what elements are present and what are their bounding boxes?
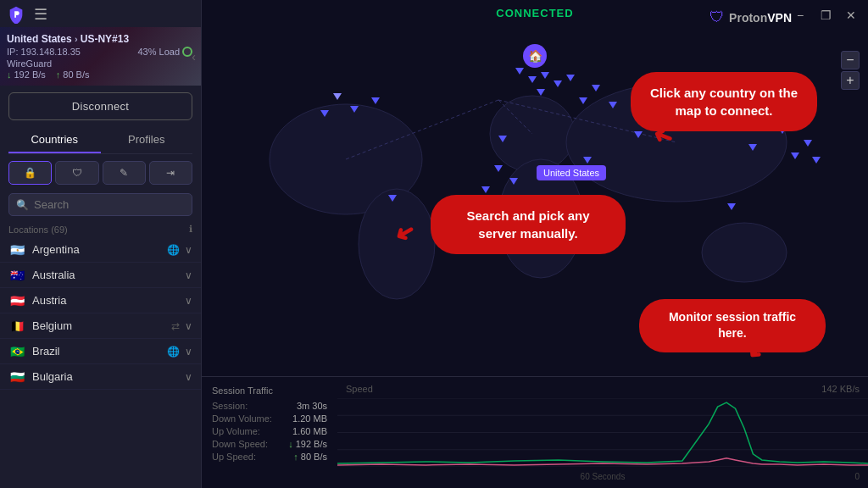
server-dot-sea2[interactable] (791, 152, 799, 159)
connection-load: 43% Load (137, 47, 192, 57)
server-dot-af3[interactable] (494, 165, 503, 172)
filter-edit-button[interactable]: ✎ (103, 161, 146, 185)
expand-austria-icon[interactable]: ∨ (185, 295, 192, 307)
chart-60s-label: 60 Seconds (581, 472, 626, 481)
expand-australia-icon[interactable]: ∨ (185, 269, 192, 281)
down-speed-value: ↓ 192 B/s (288, 439, 327, 449)
locations-row: Locations (69) ℹ (0, 221, 201, 237)
chart-svg (337, 398, 868, 467)
server-dot-sa1[interactable] (388, 195, 397, 202)
edit-icon: ✎ (120, 167, 128, 179)
tab-countries[interactable]: Countries (8, 127, 101, 153)
server-dot-eu7[interactable] (579, 97, 587, 104)
login-icon: ⇥ (166, 167, 175, 179)
country-name-australia: Australia (32, 269, 178, 281)
server-dot-usa[interactable] (333, 93, 342, 100)
lock-icon: 🔒 (24, 167, 36, 179)
filter-lock-button[interactable]: 🔒 (8, 161, 52, 185)
filter-login-button[interactable]: ⇥ (149, 161, 192, 185)
expand-brazil-icon[interactable]: ∨ (185, 346, 192, 358)
chart-0-label: 0 (854, 472, 860, 481)
tooltip-map: Click any country on the map to connect. (631, 72, 817, 131)
load-indicator (182, 47, 192, 57)
connection-speed: ↓ 192 B/s ↑ 80 B/s (7, 69, 192, 80)
tab-profiles[interactable]: Profiles (101, 127, 193, 153)
globe-icon-brazil[interactable]: 🌐 (167, 346, 180, 358)
zoom-plus-button[interactable]: + (841, 71, 860, 90)
server-dot-eu6[interactable] (537, 89, 545, 96)
server-dot-eu1[interactable] (515, 68, 524, 75)
close-button[interactable]: ✕ (841, 5, 861, 25)
server-dot-eu4[interactable] (554, 80, 562, 87)
down-volume-value: 1.20 MB (292, 413, 327, 424)
country-name-brazil: Brazil (32, 345, 160, 358)
top-bar: ☰ (0, 0, 201, 27)
chart-speed-label: Speed (346, 384, 373, 394)
country-item-bulgaria[interactable]: 🇧🇬 Bulgaria ∨ (0, 364, 201, 390)
flag-australia: 🇦🇺 (8, 269, 25, 281)
zoom-minus-button[interactable]: − (841, 51, 860, 69)
expand-belgium-icon[interactable]: ∨ (185, 320, 192, 332)
down-speed-arrow-icon: ↓ (288, 439, 293, 449)
country-list: 🇦🇷 Argentina 🌐 ∨ 🇦🇺 Australia ∨ 🇦🇹 Austr… (0, 237, 201, 488)
server-dot-au1[interactable] (727, 203, 736, 210)
expand-argentina-icon[interactable]: ∨ (185, 244, 192, 256)
brand-text: ProtonVPN (729, 10, 792, 25)
server-dot-me1[interactable] (609, 102, 617, 108)
country-name-belgium: Belgium (32, 319, 164, 332)
us-map-label[interactable]: United States (537, 165, 606, 180)
traffic-chart: Speed 142 KB/s 60 Seconds 0 (337, 377, 868, 488)
traffic-title: Session Traffic (212, 385, 327, 396)
server-dot-in1[interactable] (634, 131, 643, 138)
server-dot-af1[interactable] (583, 157, 592, 164)
country-item-belgium[interactable]: 🇧🇪 Belgium ⇄ ∨ (0, 313, 201, 339)
minimize-button[interactable]: − (790, 5, 810, 25)
country-item-australia[interactable]: 🇦🇺 Australia ∨ (0, 263, 201, 288)
svg-point-1 (359, 189, 435, 299)
country-item-brazil[interactable]: 🇧🇷 Brazil 🌐 ∨ (0, 339, 201, 364)
filter-row: 🔒 🛡 ✎ ⇥ (0, 154, 201, 191)
up-speed-arrow-icon: ↑ (293, 452, 298, 462)
flag-bulgaria: 🇧🇬 (8, 371, 25, 383)
disconnect-button[interactable]: Disconnect (8, 92, 192, 120)
home-pin-icon: 🏠 (523, 44, 547, 68)
country-item-argentina[interactable]: 🇦🇷 Argentina 🌐 ∨ (0, 237, 201, 263)
traffic-stats: Session Traffic Session: 3m 30s Down Vol… (202, 377, 337, 488)
server-dot-sea1[interactable] (804, 140, 812, 147)
locations-label: Locations (69) (8, 225, 68, 235)
locations-info-icon[interactable]: ℹ (189, 224, 192, 235)
server-dot-sea4[interactable] (748, 144, 757, 151)
server-dot-af5[interactable] (481, 186, 490, 193)
filter-shield-button[interactable]: 🛡 (55, 161, 98, 185)
loop-icon-belgium[interactable]: ⇄ (171, 320, 180, 332)
server-dot-sea3[interactable] (812, 157, 821, 164)
server-dot-af2[interactable] (498, 136, 507, 142)
server-dot-usa2[interactable] (350, 106, 359, 113)
server-dot-af4[interactable] (509, 178, 518, 185)
server-dot-usa4[interactable] (320, 110, 329, 117)
server-dot-eu2[interactable] (528, 76, 537, 83)
chart-max-label: 142 KB/s (821, 384, 860, 394)
server-dot-eu8[interactable] (592, 85, 600, 92)
flag-belgium: 🇧🇪 (8, 320, 25, 332)
up-speed-value: ↑ 80 B/s (293, 452, 327, 462)
server-dot-usa3[interactable] (371, 97, 380, 104)
hamburger-icon[interactable]: ☰ (34, 5, 47, 24)
proton-shield-icon: 🛡 (709, 8, 725, 26)
maximize-button[interactable]: ❐ (815, 5, 836, 25)
search-input[interactable] (34, 198, 185, 211)
search-icon: 🔍 (16, 199, 29, 211)
collapse-sidebar-icon[interactable]: ‹ (192, 50, 196, 64)
down-arrow-icon: ↓ (7, 69, 12, 80)
server-dot-eu5[interactable] (566, 75, 575, 81)
flag-austria: 🇦🇹 (8, 295, 25, 307)
search-box: 🔍 (8, 193, 192, 216)
tooltip-search: Search and pick any server manually. (431, 195, 626, 254)
down-speed-label: Down Speed: (212, 439, 268, 449)
flag-argentina: 🇦🇷 (8, 244, 25, 256)
session-value: 3m 30s (297, 401, 327, 411)
country-item-austria[interactable]: 🇦🇹 Austria ∨ (0, 288, 201, 313)
expand-bulgaria-icon[interactable]: ∨ (185, 371, 192, 383)
globe-icon-argentina[interactable]: 🌐 (167, 244, 180, 256)
server-dot-eu3[interactable] (541, 72, 549, 79)
